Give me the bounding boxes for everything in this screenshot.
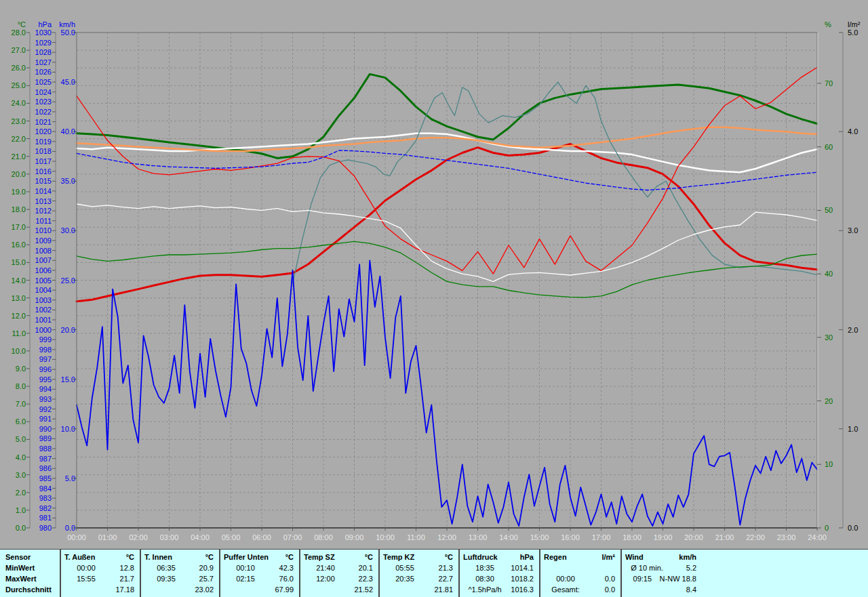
axis-tick-label: 45.0 [61,78,75,86]
axis-tick-label: 30.0 [61,226,75,234]
stat-value: 67.99 [275,584,294,595]
axis-tick-label: 30 [825,333,833,342]
max-row: 00:000.0 [540,573,620,584]
axis-tick-label: 14.0 [12,276,26,285]
stats-column-luftdruck: LuftdruckhPa18:351014.108:301018.2^1.5hP… [458,550,539,597]
axis-unit-label: l/m² [848,20,861,28]
axis-tick-label: 70 [825,79,833,87]
axis-tick-label: 10.0 [12,347,26,355]
sensor-name: Temp KZ [383,552,414,562]
stat-time: 09:15 [625,573,660,584]
x-axis-label: 04:00 [191,533,210,541]
axis-tick-label: 20 [825,397,833,405]
min-row [540,562,620,573]
sensor-name: T. Außen [64,552,95,562]
max-row: 20:3522.7 [380,573,458,584]
axis-tick-label: 1021 [35,118,52,126]
sensor-unit: °C [365,552,373,562]
stat-time: 05:55 [383,562,427,573]
axis-tick-label: 1006 [35,266,52,274]
x-axis-label: 20:00 [684,533,703,541]
stat-value: 12.8 [120,562,134,573]
axis-tick-label: 10.0 [61,425,75,433]
stat-value: 1018.2 [511,573,534,584]
axis-tick-label: 18.0 [12,205,26,213]
axis-tick-label: 986 [39,464,52,472]
avg-row: Gesamt:0.0 [540,584,620,595]
avg-row: 17.18 [61,584,140,595]
x-axis-label: 21:00 [715,533,734,541]
x-axis-label: 09:00 [345,533,364,541]
axis-tick-label: 17.0 [12,223,26,231]
stat-time: Gesamt: [544,584,587,595]
axis-tick-label: 1.0 [16,506,26,514]
stat-value: 21.7 [120,573,134,584]
stat-value: 76.0 [279,573,294,584]
axis-tick-label: 5.0 [848,28,858,37]
axis-tick-label: 1010 [35,226,52,234]
axis-tick-label: 1023 [35,98,52,106]
axis-tick-label: 10 [825,460,833,468]
axis-tick-label: 22.0 [12,135,26,143]
axis-tick-label: 1.0 [848,425,858,433]
axis-tick-label: 988 [39,445,52,453]
stat-value: 1016.3 [511,584,534,595]
axis-tick-label: 981 [39,514,52,522]
stat-value: 25.7 [199,573,214,584]
axis-tick-label: 1009 [35,236,52,245]
axis-tick-label: 980 [39,524,52,532]
axis-tick-label: 1026 [35,68,52,76]
axis-unit-label: °C [18,20,26,28]
x-axis-label: 01:00 [98,533,117,541]
axis-tick-label: 1012 [35,207,52,215]
stat-time: 00:00 [544,573,587,584]
sensor-name: T. Innen [144,552,172,562]
sensor-unit: km/h [679,552,696,562]
axis-tick-label: 1008 [35,247,52,255]
stat-value: 0.0 [605,573,615,584]
sensor-unit: °C [445,552,453,562]
x-axis-label: 24:00 [808,533,827,541]
axis-tick-label: 8.0 [16,382,26,390]
stat-time [64,584,108,595]
axis-unit-label: km/h [59,20,75,28]
axis-tick-label: 2.0 [16,489,26,497]
axis-tick-label: 1002 [35,306,52,314]
stat-time: 06:35 [144,562,188,573]
axis-tick-label: 993 [39,395,52,403]
stat-time: ^1.5hPa/h [463,584,507,595]
max-row: 15:5521.7 [61,573,140,584]
axis-tick-label: 1020 [35,127,52,136]
avg-row: 21.52 [300,584,378,595]
stats-column-t-au-en: T. Außen°C00:0012.815:5521.717.18 [60,550,140,597]
stats-table: SensorMinWertMaxWertDurchschnittT. Außen… [0,549,868,597]
x-axis-label: 19:00 [654,533,673,541]
max-row: 09:3525.7 [141,573,219,584]
x-axis-label: 08:00 [314,533,333,541]
stat-value: 22.7 [439,573,453,584]
max-row: 08:301018.2 [460,573,539,584]
axis-tick-label: 60 [825,143,833,151]
x-axis-label: 14:00 [499,533,518,541]
stat-value: 22.3 [359,573,373,584]
stat-time: 08:30 [463,573,507,584]
axis-tick-label: 998 [39,346,52,354]
stat-value: 8.4 [686,584,696,595]
axis-unit-label: % [825,20,831,28]
axis-tick-label: 1017 [35,157,52,165]
axis-tick-label: 1007 [35,256,52,264]
stat-time: 21:40 [304,562,347,573]
axis-tick-label: 7.0 [16,400,26,408]
axis-tick-label: 4.0 [848,127,858,136]
x-axis-label: 02:00 [129,533,148,541]
min-row: Ø 10 min.5.2 [622,562,702,573]
axis-tick-label: 15.0 [12,258,26,266]
stat-time [144,584,188,595]
axis-tick-label: 3.0 [16,471,26,479]
axis-tick-label: 1019 [35,138,52,146]
axis-tick-label: 25.0 [61,276,75,285]
stat-value: 21.52 [354,584,373,595]
stats-row-label: Durchschnitt [0,584,60,595]
stat-time: 12:00 [304,573,347,584]
stat-value: 20.1 [359,562,373,573]
